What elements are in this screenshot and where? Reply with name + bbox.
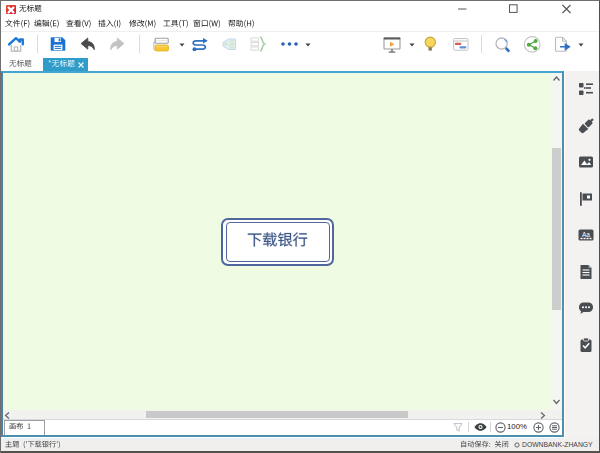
svg-text:Aa: Aa — [582, 231, 590, 238]
